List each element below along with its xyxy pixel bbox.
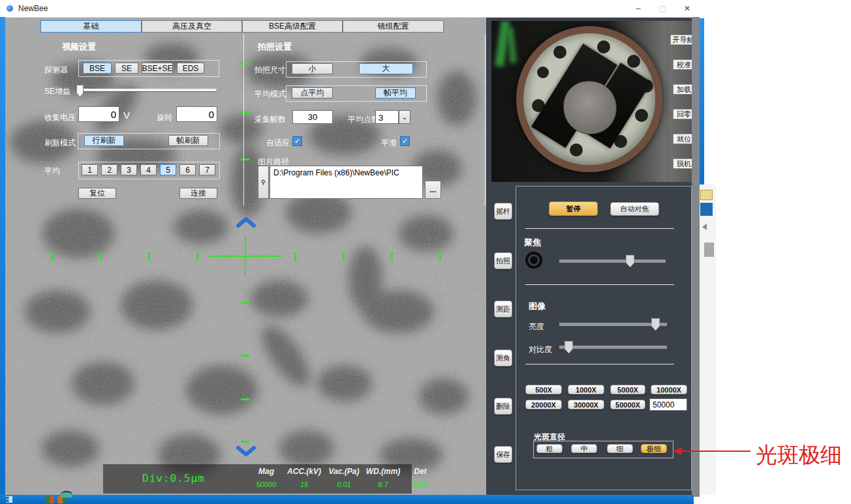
check-icon: ✓ — [294, 137, 300, 145]
joystick-button[interactable]: 摇杆 — [494, 203, 512, 220]
average-7-button[interactable]: 7 — [199, 164, 215, 175]
maximize-button[interactable]: ▢ — [652, 0, 674, 17]
average-6-button[interactable]: 6 — [179, 164, 196, 175]
points-select[interactable]: 3 — [375, 110, 399, 124]
focus-target-icon — [525, 252, 542, 269]
average-1-button[interactable]: 1 — [82, 164, 98, 175]
average-2-button[interactable]: 2 — [101, 164, 117, 175]
start-button-icon[interactable] — [6, 496, 12, 503]
rotation-label: 旋转 — [157, 112, 172, 123]
frames-input[interactable] — [292, 110, 333, 124]
scale-tick — [100, 252, 102, 261]
refresh-frame-button[interactable]: 帧刷新 — [168, 135, 208, 146]
annotation-arrow-head — [673, 447, 682, 455]
average-4-button[interactable]: 4 — [140, 164, 157, 175]
background-window-blue-icon — [700, 203, 713, 216]
refresh-mode-label: 刷新模式 — [44, 138, 76, 149]
spot-fine-button[interactable]: 细 — [607, 444, 633, 453]
size-small-button[interactable]: 小 — [292, 63, 333, 74]
smooth-label: 平滑 — [381, 138, 397, 149]
taskbar[interactable] — [0, 495, 694, 504]
pan-up-arrow-icon[interactable] — [236, 216, 256, 228]
measure-distance-button[interactable]: 测距 — [494, 301, 512, 318]
detector-bse-button[interactable]: BSE — [83, 63, 112, 74]
avg-point-button[interactable]: 点平均 — [292, 87, 333, 98]
autofocus-button[interactable]: 自动对焦 — [610, 202, 659, 216]
spot-medium-button[interactable]: 中 — [571, 444, 597, 453]
delete-button[interactable]: 删除 — [494, 398, 512, 415]
mag-5000x-button[interactable]: 5000X — [610, 385, 645, 394]
refresh-line-button[interactable]: 行刷新 — [84, 135, 124, 146]
chevron-down-icon: ⌄ — [402, 113, 407, 121]
status-bar: Div:0.5μm Mag 50000 ACC.(kV) 15 Vac.(Pa)… — [103, 464, 412, 494]
check-icon: ✓ — [402, 137, 408, 145]
mag-20000x-button[interactable]: 20000X — [525, 400, 562, 409]
average-5-button[interactable]: 5 — [160, 164, 176, 175]
contrast-slider[interactable] — [559, 346, 667, 349]
minimize-button[interactable]: – — [627, 0, 649, 17]
stage-hole — [537, 67, 549, 78]
detector-se-button[interactable]: SE — [115, 63, 138, 74]
close-button[interactable]: ✕ — [676, 0, 698, 17]
pause-button[interactable]: 暂停 — [549, 201, 598, 216]
save-button[interactable]: 保存 — [494, 446, 512, 463]
brightness-slider[interactable] — [559, 323, 667, 326]
reset-button[interactable]: 复位 — [78, 188, 116, 199]
app-icon — [7, 5, 13, 12]
scale-tick — [52, 252, 54, 261]
smooth-checkbox[interactable]: ✓ — [400, 136, 410, 146]
background-window-yellow-icon — [700, 190, 713, 200]
window-title: NewBee — [18, 4, 48, 13]
points-dropdown-button[interactable]: ⌄ — [399, 110, 410, 124]
spot-coarse-button[interactable]: 粗 — [536, 444, 563, 453]
mag-50000x-button[interactable]: 50000X — [610, 400, 645, 409]
path-textbox[interactable]: D:\Program Files (x86)\NewBee\PIC — [270, 166, 423, 199]
scale-tick — [148, 252, 150, 261]
se-gain-slider[interactable] — [76, 89, 217, 91]
focus-slider[interactable] — [559, 259, 666, 263]
connect-button[interactable]: 连接 — [179, 188, 217, 199]
se-gain-slider-thumb[interactable] — [76, 85, 84, 96]
stage-hole — [597, 40, 610, 53]
measure-angle-button[interactable]: 测角 — [494, 349, 512, 366]
detector-bse-se-button[interactable]: BSE+SE — [142, 63, 173, 74]
snapshot-button[interactable]: 拍照 — [494, 252, 512, 269]
rotation-input[interactable] — [176, 106, 217, 122]
collect-voltage-label: 收集电压 — [44, 112, 76, 123]
browse-button[interactable]: ... — [425, 181, 441, 199]
collect-voltage-input[interactable] — [78, 106, 119, 122]
focus-label: 聚焦 — [524, 237, 541, 248]
spot-extra-fine-button[interactable]: 极细 — [641, 444, 667, 453]
desktop-strip-left — [0, 17, 5, 495]
adaptive-checkbox[interactable]: ✓ — [292, 136, 302, 146]
screen: { "window": { "title": "NewBee", "minimi… — [0, 0, 851, 504]
mag-30000x-button[interactable]: 30000X — [568, 400, 604, 409]
tab-basic[interactable]: 基础 — [40, 20, 142, 33]
pan-down-arrow-icon[interactable] — [236, 445, 256, 457]
size-large-button[interactable]: 大 — [359, 63, 413, 74]
tab-lens-config[interactable]: 镜组配置 — [343, 20, 444, 33]
mag-500x-button[interactable]: 500X — [525, 385, 562, 394]
brightness-label: 亮度 — [529, 321, 544, 333]
tab-bse-advanced[interactable]: BSE高级配置 — [242, 20, 343, 33]
photo-settings-title: 拍照设置 — [258, 41, 292, 53]
title-bar[interactable]: NewBee – ▢ ✕ — [0, 0, 700, 18]
background-window-scrollbar — [704, 243, 714, 257]
annotation-arrow-line — [681, 451, 750, 452]
scale-tick — [196, 252, 198, 261]
tab-hv-vacuum[interactable]: 高压及真空 — [142, 20, 242, 33]
detector-eds-button[interactable]: EDS — [177, 63, 204, 74]
sample-stub — [563, 81, 617, 134]
video-settings-title: 视频设置 — [62, 41, 96, 53]
average-3-button[interactable]: 3 — [121, 164, 137, 175]
average-label: 平均 — [44, 166, 60, 177]
mag-10000x-button[interactable]: 10000X — [651, 385, 687, 394]
avg-frame-button[interactable]: 帧平均 — [375, 87, 416, 98]
status-col-wd: WD.(mm) 8.7 — [363, 467, 403, 488]
mag-input[interactable] — [649, 398, 687, 411]
mag-1000x-button[interactable]: 1000X — [568, 385, 604, 394]
stage-hole — [570, 143, 583, 156]
taskbar-app-icon[interactable] — [46, 496, 54, 503]
path-pin-button[interactable]: ⚲ — [258, 166, 269, 199]
scale-tick — [294, 252, 296, 261]
